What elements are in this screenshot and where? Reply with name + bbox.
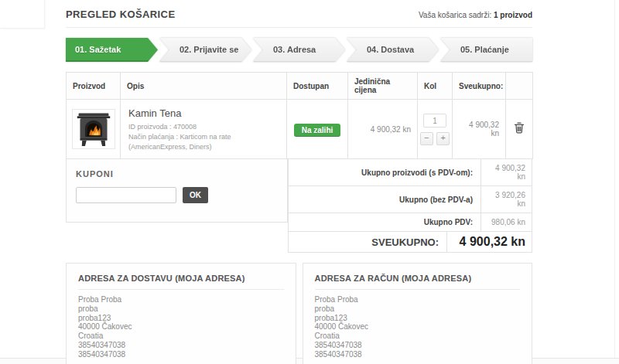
page-title: PREGLED KOŠARICE [66, 9, 175, 20]
line-total-value: 4 900,32 kn [453, 100, 506, 159]
coupons-title: KUPONI [76, 169, 278, 179]
address-line: Croatia [315, 332, 521, 341]
address-line: 38540347038 [78, 350, 284, 359]
delivery-address-title: ADRESA ZA DOSTAVU (MOJA ADRESA) [78, 274, 284, 283]
total-with-tax-label: Ukupno proizvodi (s PDV-om): [289, 164, 480, 182]
invoice-address-title: ADRESA ZA RAČUN (MOJA ADRESA) [315, 274, 521, 283]
total-tax-row: Ukupno PDV: 980,06 kn [289, 213, 532, 232]
quantity-minus-button[interactable]: − [420, 132, 433, 145]
invoice-address-box: ADRESA ZA RAČUN (MOJA ADRESA) Proba Prob… [303, 263, 533, 364]
product-name[interactable]: Kamin Tena [128, 107, 279, 119]
address-line: 38540347038 [315, 350, 521, 359]
total-with-tax-row: Ukupno proizvodi (s PDV-om): 4 900,32 kn [289, 159, 532, 186]
total-tax-value: 980,06 kn [480, 213, 532, 231]
col-product: Proizvod [67, 73, 121, 100]
page-header: PREGLED KOŠARICE Vaša košarica sadrži: 1… [66, 0, 532, 20]
cart-table-header-row: Proizvod Opis Dostupan Jedinična cijena … [67, 73, 533, 100]
coupon-code-input[interactable] [76, 187, 176, 203]
total-without-tax-label: Ukupno (bez PDV-a) [289, 191, 480, 209]
product-id-line: ID proizvoda : 470008 [128, 122, 279, 132]
step-sign-in[interactable]: 02. Prijavite se [159, 38, 251, 62]
address-line: 40000 Čakovec [315, 322, 521, 332]
total-with-tax-value: 4 900,32 kn [480, 159, 532, 185]
address-divider [315, 289, 521, 290]
col-description: Opis [121, 73, 287, 100]
step-summary[interactable]: 01. Sažetak [66, 38, 158, 62]
col-quantity: Kol [418, 73, 453, 100]
address-line: proba [78, 304, 284, 314]
address-line: 38540347038 [315, 341, 521, 350]
in-stock-badge: Na zalihi [294, 124, 341, 137]
step-shipping[interactable]: 04. Dostava [347, 38, 439, 62]
page-corner-box [0, 0, 45, 29]
header-divider [66, 27, 532, 28]
col-actions [506, 73, 533, 100]
address-divider [78, 289, 284, 290]
product-payment-line: Način plaćanja : Karticom na rate (Ameri… [128, 132, 279, 152]
address-line: 38540347038 [78, 341, 284, 350]
cart-table: Proizvod Opis Dostupan Jedinična cijena … [66, 72, 533, 159]
total-without-tax-value: 3 920,26 kn [480, 186, 532, 213]
checkout-steps: 01. Sažetak 02. Prijavite se 03. Adresa … [66, 38, 532, 62]
total-without-tax-row: Ukupno (bez PDV-a) 3 920,26 kn [289, 186, 532, 213]
col-availability: Dostupan [287, 73, 348, 100]
col-unit-price: Jedinična cijena [348, 73, 418, 100]
quantity-stepper: − + [419, 130, 451, 145]
step-payment[interactable]: 05. Plaćanje [440, 38, 532, 62]
unit-price-value: 4 900,32 kn [348, 100, 418, 159]
address-line: Proba Proba [78, 295, 284, 304]
viewport-right-edge [614, 0, 615, 364]
cart-summary-label: Vaša košarica sadrži: [419, 11, 494, 19]
total-tax-label: Ukupno PDV: [289, 213, 480, 231]
address-line: proba123 [315, 314, 521, 323]
address-line: proba123 [78, 314, 284, 323]
delete-item-button[interactable] [514, 121, 525, 134]
grand-total-label: SVEUKUPNO: [289, 233, 446, 252]
col-total: Sveukupno: [453, 73, 506, 100]
address-line: proba [315, 304, 521, 314]
address-line: 40000 Čakovec [78, 322, 284, 332]
quantity-plus-button[interactable]: + [436, 132, 450, 145]
delivery-address-box: ADRESA ZA DOSTAVU (MOJA ADRESA) Proba Pr… [66, 263, 296, 364]
cart-summary-section: KUPONI OK Ukupno proizvodi (s PDV-om): 4… [66, 159, 532, 253]
quantity-input[interactable] [423, 114, 446, 128]
stove-image [74, 110, 114, 147]
totals-panel: Ukupno proizvodi (s PDV-om): 4 900,32 kn… [288, 159, 532, 253]
grand-total-row: SVEUKUPNO: 4 900,32 kn [289, 232, 532, 253]
address-line: Croatia [78, 332, 284, 341]
cart-product-row: Kamin Tena ID proizvoda : 470008 Način p… [67, 100, 533, 159]
product-image[interactable] [72, 109, 115, 149]
product-id-value: 470008 [173, 123, 197, 131]
grand-total-value: 4 900,32 kn [446, 232, 532, 252]
cart-page: PREGLED KOŠARICE Vaša košarica sadrži: 1… [66, 0, 532, 364]
step-address[interactable]: 03. Adresa [253, 38, 345, 62]
cart-summary-count: 1 proizvod [494, 11, 532, 19]
coupon-ok-button[interactable]: OK [183, 187, 208, 203]
coupons-panel: KUPONI OK [66, 159, 288, 223]
trash-icon [514, 121, 525, 134]
address-line: Proba Proba [315, 295, 521, 304]
addresses-section: ADRESA ZA DOSTAVU (MOJA ADRESA) Proba Pr… [66, 263, 532, 364]
cart-summary-indicator: Vaša košarica sadrži: 1 proizvod [419, 11, 532, 19]
